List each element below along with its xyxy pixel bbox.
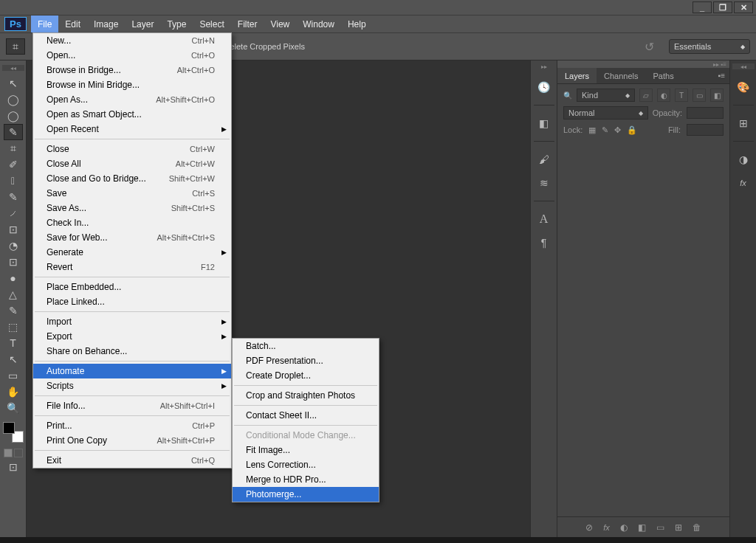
tab-paths[interactable]: Paths (646, 68, 681, 83)
workspace-switcher[interactable]: Essentials◆ (669, 39, 750, 54)
menu-help[interactable]: Help (341, 15, 373, 32)
automate-menu-item-11[interactable]: Merge to HDR Pro... (233, 472, 379, 487)
tool-2[interactable]: ◯ (4, 108, 23, 124)
tool-20[interactable]: 🔍 (4, 400, 23, 416)
tool-7[interactable]: ✎ (4, 189, 23, 205)
menu-select[interactable]: Select (193, 15, 230, 32)
automate-menu-item-4[interactable]: Crop and Straighten Photos (233, 388, 379, 403)
adjustments-panel-icon[interactable]: ◑ (735, 151, 752, 168)
automate-menu-item-6[interactable]: Contact Sheet II... (233, 408, 379, 423)
file-menu-item-11[interactable]: SaveCtrl+S (33, 186, 231, 201)
file-menu-item-25[interactable]: Automate▶ (33, 364, 231, 378)
layer-fx-icon[interactable]: fx (603, 523, 610, 532)
automate-menu-item-9[interactable]: Fit Image... (233, 443, 379, 457)
tool-13[interactable]: △ (4, 286, 23, 302)
file-menu-item-30[interactable]: Print...Ctrl+P (33, 418, 231, 433)
adjustment-layer-icon[interactable]: ◧ (638, 522, 646, 533)
file-menu-item-4[interactable]: Open As...Alt+Shift+Ctrl+O (33, 92, 231, 107)
menu-file[interactable]: File (31, 15, 58, 32)
file-menu-item-15[interactable]: Generate▶ (33, 245, 231, 260)
tool-6[interactable]: 𖨆 (4, 173, 23, 189)
brush-presets-panel-icon[interactable]: ≋ (535, 174, 553, 192)
file-menu-item-8[interactable]: CloseCtrl+W (33, 142, 231, 156)
menu-layer[interactable]: Layer (125, 15, 160, 32)
color-panel-icon[interactable]: 🎨 (735, 78, 752, 96)
maximize-button[interactable]: ❐ (713, 1, 732, 13)
file-menu-item-13[interactable]: Check In... (33, 215, 231, 230)
tab-layers[interactable]: Layers (557, 68, 597, 83)
character-panel-icon[interactable]: A (535, 210, 553, 228)
panel-menu-icon[interactable]: ▪≡ (714, 68, 729, 83)
opacity-field[interactable] (687, 107, 724, 119)
tab-channels[interactable]: Channels (597, 68, 645, 83)
automate-menu-item-2[interactable]: Create Droplet... (233, 368, 379, 383)
minimize-button[interactable]: _ (693, 1, 712, 13)
group-icon[interactable]: ▭ (656, 522, 664, 533)
lock-all-icon[interactable]: 🔒 (627, 125, 637, 135)
tool-1[interactable]: ◯ (4, 91, 23, 108)
file-menu-item-10[interactable]: Close and Go to Bridge...Shift+Ctrl+W (33, 171, 231, 186)
file-menu-item-6[interactable]: Open Recent▶ (33, 122, 231, 136)
file-menu-item-2[interactable]: Browse in Bridge...Alt+Ctrl+O (33, 63, 231, 77)
automate-menu-item-12[interactable]: Photomerge... (233, 487, 379, 502)
file-menu-item-31[interactable]: Print One CopyAlt+Shift+Ctrl+P (33, 433, 231, 448)
file-menu-item-33[interactable]: ExitCtrl+Q (33, 453, 231, 468)
trash-icon[interactable]: 🗑 (693, 522, 701, 533)
blend-mode-select[interactable]: Normal◆ (563, 106, 648, 120)
styles-panel-icon[interactable]: fx (735, 174, 752, 192)
lock-transparent-icon[interactable]: ▦ (588, 125, 596, 135)
automate-menu-item-10[interactable]: Lens Correction... (233, 457, 379, 472)
tool-17[interactable]: ↖ (4, 351, 23, 367)
tool-5[interactable]: ✐ (4, 156, 23, 173)
menu-edit[interactable]: Edit (58, 15, 87, 32)
lock-pixels-icon[interactable]: ✎ (602, 125, 608, 135)
tool-4[interactable]: ⌗ (4, 140, 23, 156)
menu-window[interactable]: Window (296, 15, 341, 32)
file-menu-item-21[interactable]: Import▶ (33, 314, 231, 329)
file-menu-item-9[interactable]: Close AllAlt+Ctrl+W (33, 156, 231, 171)
layer-mask-icon[interactable]: ◐ (620, 522, 628, 533)
properties-panel-icon[interactable]: ◧ (535, 114, 553, 132)
active-tool-icon[interactable]: ⌗ (6, 38, 25, 55)
filter-shape-icon[interactable]: ▭ (693, 89, 706, 102)
tool-18[interactable]: ▭ (4, 367, 23, 384)
file-menu-item-0[interactable]: New...Ctrl+N (33, 33, 231, 48)
color-swatches[interactable] (3, 422, 24, 443)
tool-12[interactable]: ● (4, 270, 23, 286)
tool-16[interactable]: T (4, 335, 23, 351)
file-menu-item-16[interactable]: RevertF12 (33, 260, 231, 274)
swatches-panel-icon[interactable]: ⊞ (735, 114, 752, 132)
file-menu-item-23[interactable]: Share on Behance... (33, 344, 231, 359)
file-menu-item-18[interactable]: Place Embedded... (33, 280, 231, 294)
file-menu-item-14[interactable]: Save for Web...Alt+Shift+Ctrl+S (33, 230, 231, 245)
foreground-color-swatch[interactable] (3, 422, 15, 434)
tool-15[interactable]: ⬚ (4, 319, 23, 335)
screen-mode-button[interactable]: ⊡ (4, 459, 23, 475)
quick-mask-toggle[interactable] (4, 449, 23, 457)
link-layers-icon[interactable]: ⊘ (585, 522, 593, 533)
panel-collapse-handle[interactable]: ▸▸ ▪≡ (557, 60, 729, 68)
file-menu-item-1[interactable]: Open...Ctrl+O (33, 48, 231, 63)
tool-10[interactable]: ◔ (4, 238, 23, 254)
history-panel-icon[interactable]: 🕓 (535, 78, 553, 96)
file-menu-item-28[interactable]: File Info...Alt+Shift+Ctrl+I (33, 398, 231, 413)
menu-filter[interactable]: Filter (231, 15, 264, 32)
file-menu-item-5[interactable]: Open as Smart Object... (33, 107, 231, 122)
reset-icon[interactable]: ↺ (645, 40, 654, 54)
tool-9[interactable]: ⊡ (4, 221, 23, 238)
lock-position-icon[interactable]: ✥ (614, 125, 621, 135)
filter-type-icon[interactable]: T (675, 89, 688, 102)
dock2-collapse-handle[interactable]: ◂◂ (732, 63, 755, 69)
dock-collapse-handle[interactable]: ▸▸ (533, 63, 555, 69)
brushes-panel-icon[interactable]: 🖌 (535, 151, 553, 168)
automate-menu-item-0[interactable]: Batch... (233, 339, 379, 353)
file-menu-item-12[interactable]: Save As...Shift+Ctrl+S (33, 201, 231, 215)
new-layer-icon[interactable]: ⊞ (675, 522, 682, 533)
layer-filter-kind[interactable]: Kind◆ (577, 89, 635, 102)
menu-type[interactable]: Type (160, 15, 193, 32)
paragraph-panel-icon[interactable]: ¶ (535, 234, 553, 252)
tool-3[interactable]: ✎ (4, 124, 23, 140)
menu-view[interactable]: View (264, 15, 296, 32)
tool-19[interactable]: ✋ (4, 384, 23, 400)
automate-menu-item-1[interactable]: PDF Presentation... (233, 353, 379, 368)
